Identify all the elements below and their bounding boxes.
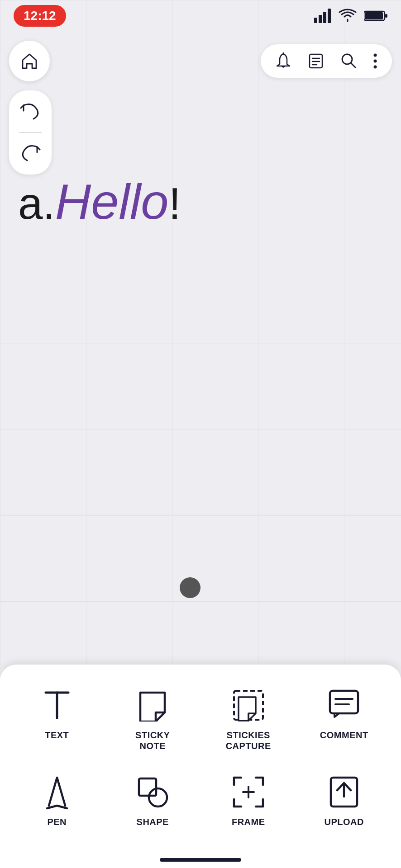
text-icon	[39, 687, 75, 723]
comment-label: COMMENT	[320, 730, 368, 741]
shape-icon	[134, 774, 171, 810]
upload-tool[interactable]: UPLOAD	[296, 765, 392, 836]
frame-tool[interactable]: FRAME	[200, 765, 296, 836]
frame-icon	[230, 774, 267, 810]
pen-label: PEN	[47, 816, 67, 827]
canvas-area[interactable]: a. Hello !	[0, 0, 401, 669]
signal-icon	[314, 9, 331, 23]
redo-icon	[20, 144, 41, 162]
drag-handle[interactable]	[180, 577, 200, 598]
home-button[interactable]	[9, 41, 50, 81]
upload-icon	[326, 774, 362, 810]
canvas-text: a. Hello !	[18, 172, 181, 231]
text-prefix: a.	[18, 177, 55, 231]
more-icon	[373, 52, 377, 70]
shape-tool[interactable]: SHAPE	[105, 765, 201, 836]
home-icon	[19, 51, 39, 71]
more-button[interactable]	[371, 51, 379, 71]
text-tool[interactable]: TEXT	[9, 678, 105, 760]
pages-icon	[308, 52, 324, 70]
svg-rect-6	[385, 14, 387, 18]
status-bar: 12:12	[0, 0, 401, 32]
frame-label: FRAME	[232, 816, 265, 827]
shape-label: SHAPE	[137, 816, 169, 827]
undo-button[interactable]	[14, 96, 46, 127]
svg-rect-5	[365, 12, 383, 19]
text-tool-label: TEXT	[45, 730, 69, 741]
svg-rect-1	[319, 15, 322, 23]
stickies-capture-tool[interactable]: STICKIESCAPTURE	[200, 678, 296, 760]
sticky-note-icon	[134, 687, 171, 723]
redo-button[interactable]	[14, 137, 46, 169]
bell-icon	[275, 52, 291, 70]
wifi-icon	[339, 9, 357, 23]
sticky-note-label: STICKYNOTE	[135, 730, 170, 751]
stickies-capture-label: STICKIESCAPTURE	[226, 730, 271, 751]
svg-rect-3	[328, 9, 331, 23]
svg-rect-2	[323, 12, 326, 23]
svg-line-13	[351, 63, 355, 67]
bottom-toolbar: TEXT STICKYNOTE	[0, 665, 401, 868]
svg-point-15	[374, 60, 377, 63]
sticky-note-tool[interactable]: STICKYNOTE	[105, 678, 201, 760]
pen-tool[interactable]: PEN	[9, 765, 105, 836]
pen-icon	[39, 774, 75, 810]
undo-icon	[20, 103, 41, 121]
pages-button[interactable]	[306, 51, 326, 71]
undo-redo-panel	[9, 90, 52, 175]
svg-point-16	[374, 66, 377, 69]
text-highlight: Hello	[55, 172, 169, 231]
stickies-capture-icon	[230, 687, 267, 723]
toolbar-grid: TEXT STICKYNOTE	[9, 678, 392, 836]
svg-rect-23	[139, 778, 156, 796]
search-icon	[340, 52, 357, 70]
toolbar-right	[261, 44, 392, 78]
canvas-content: a. Hello !	[18, 172, 181, 231]
svg-point-14	[374, 54, 377, 57]
time-display: 12:12	[14, 5, 66, 27]
divider	[19, 132, 42, 133]
svg-rect-20	[330, 691, 358, 713]
upload-label: UPLOAD	[325, 816, 364, 827]
comment-icon	[326, 687, 362, 723]
home-indicator	[160, 858, 241, 862]
battery-icon	[364, 9, 387, 22]
status-icons	[314, 9, 387, 23]
header-toolbar	[0, 36, 401, 86]
search-button[interactable]	[339, 51, 358, 71]
svg-rect-0	[314, 18, 317, 23]
svg-point-24	[149, 788, 167, 807]
text-suffix: !	[168, 177, 181, 231]
notification-button[interactable]	[273, 51, 293, 71]
comment-tool[interactable]: COMMENT	[296, 678, 392, 760]
